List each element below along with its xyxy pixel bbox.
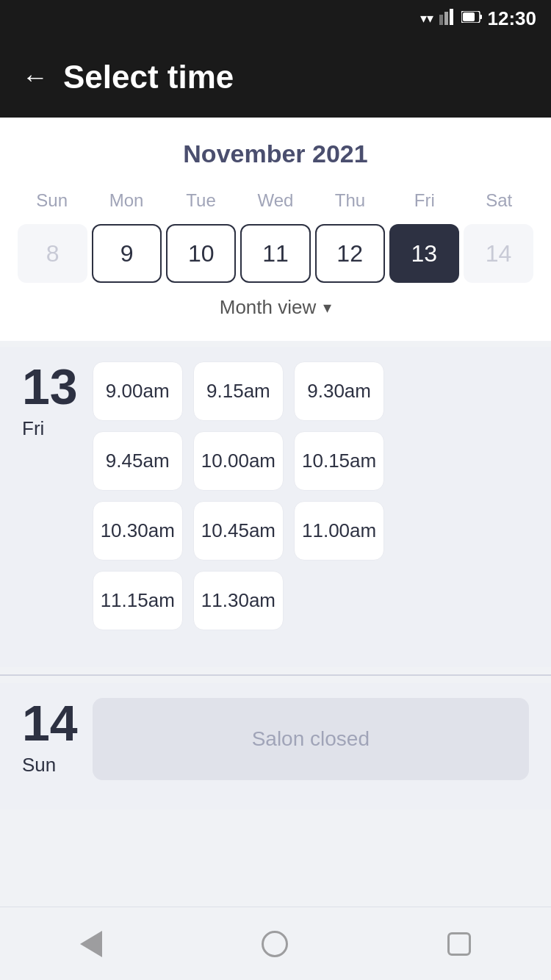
- svg-rect-4: [480, 15, 482, 19]
- time-slot-915[interactable]: 9.15am: [193, 361, 284, 421]
- day-number-13: 13 Fri: [22, 361, 78, 440]
- date-10[interactable]: 10: [166, 224, 236, 283]
- day-header-13: 13 Fri 9.00am 9.15am 9.30am 9.45am 10.00…: [22, 361, 529, 630]
- page-title: Select time: [63, 59, 234, 96]
- time-slot-1015[interactable]: 10.15am: [294, 431, 384, 491]
- date-14[interactable]: 14: [464, 224, 533, 283]
- time-slot-930[interactable]: 9.30am: [294, 361, 384, 421]
- weekday-row: Sun Mon Tue Wed Thu Fri Sat: [15, 186, 536, 215]
- date-12[interactable]: 12: [315, 224, 385, 283]
- nav-recents-button[interactable]: [447, 932, 471, 956]
- month-year-label: November 2021: [15, 140, 536, 168]
- weekday-wed: Wed: [238, 186, 312, 215]
- app-header: ← Select time: [0, 37, 551, 118]
- date-13[interactable]: 13: [389, 224, 459, 283]
- time-slot-1030[interactable]: 10.30am: [93, 501, 183, 561]
- date-11[interactable]: 11: [240, 224, 310, 283]
- section-divider: [0, 674, 551, 676]
- weekday-thu: Thu: [313, 186, 387, 215]
- weekday-sun: Sun: [15, 186, 89, 215]
- status-time: 12:30: [488, 7, 537, 30]
- weekday-tue: Tue: [164, 186, 238, 215]
- weekday-mon: Mon: [89, 186, 163, 215]
- time-slot-1115[interactable]: 11.15am: [93, 571, 183, 630]
- status-bar: ▾▾ 12:30: [0, 0, 551, 37]
- svg-rect-1: [444, 12, 448, 25]
- svg-rect-2: [450, 9, 453, 25]
- weekday-fri: Fri: [387, 186, 461, 215]
- status-icons: ▾▾ 12:30: [420, 7, 537, 30]
- time-section-13: 13 Fri 9.00am 9.15am 9.30am 9.45am 10.00…: [0, 347, 551, 667]
- weekday-sat: Sat: [462, 186, 536, 215]
- svg-rect-5: [463, 12, 475, 21]
- date-8[interactable]: 8: [18, 224, 87, 283]
- chevron-down-icon: ▾: [323, 298, 331, 317]
- time-slots-grid-13: 9.00am 9.15am 9.30am 9.45am 10.00am 10.1…: [93, 361, 385, 630]
- salon-closed-label: Salon closed: [93, 698, 529, 780]
- home-circle-icon: [262, 931, 288, 957]
- time-slot-1045[interactable]: 10.45am: [193, 501, 284, 561]
- signal-icon: [439, 9, 455, 29]
- back-triangle-icon: [80, 931, 102, 957]
- nav-back-button[interactable]: [80, 931, 102, 957]
- time-slot-1100[interactable]: 11.00am: [294, 501, 384, 561]
- recents-square-icon: [447, 932, 471, 956]
- closed-content: 14 Sun Salon closed: [22, 698, 529, 780]
- wifi-icon: ▾▾: [420, 10, 433, 26]
- time-slot-945[interactable]: 9.45am: [93, 431, 183, 491]
- month-view-label: Month view: [220, 296, 317, 319]
- battery-icon: [461, 11, 482, 26]
- month-view-toggle[interactable]: Month view ▾: [15, 283, 536, 326]
- time-slot-1130[interactable]: 11.30am: [193, 571, 284, 630]
- nav-home-button[interactable]: [262, 931, 288, 957]
- bottom-nav: [0, 907, 551, 980]
- day-header-14: 14 Sun: [22, 698, 78, 777]
- calendar-section: November 2021 Sun Mon Tue Wed Thu Fri Sa…: [0, 118, 551, 341]
- time-slot-900[interactable]: 9.00am: [93, 361, 183, 421]
- time-slot-1000[interactable]: 10.00am: [193, 431, 284, 491]
- dates-row: 8 9 10 11 12 13 14: [15, 224, 536, 283]
- time-section-14: 14 Sun Salon closed: [0, 683, 551, 810]
- svg-rect-0: [439, 15, 443, 25]
- date-9[interactable]: 9: [92, 224, 162, 283]
- back-button[interactable]: ←: [22, 62, 48, 93]
